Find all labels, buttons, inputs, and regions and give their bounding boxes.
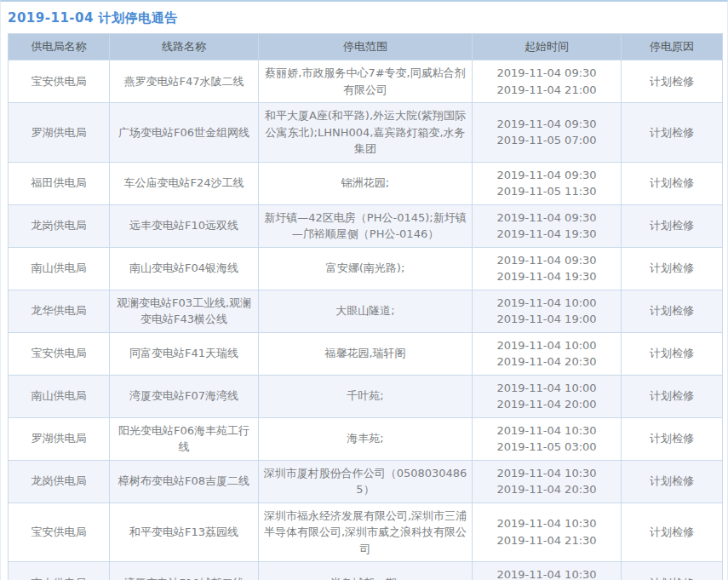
start-time: 2019-11-04 10:30 [476, 566, 617, 580]
cell-scope: 富安娜(南光路); [259, 247, 473, 290]
end-time: 2019-11-04 20:30 [476, 481, 617, 498]
cell-scope: 深圳市福永经济发展有限公司,深圳市三浦半导体有限公司,深圳市威之浪科技有限公司 [259, 502, 473, 562]
column-header-time: 起始时间 [473, 34, 622, 60]
cell-bureau: 龙华供电局 [9, 290, 110, 332]
cell-bureau: 南山供电局 [9, 562, 110, 580]
table-row: 福田供电局 车公庙变电站F24沙工线 锦洲花园; 2019-11-04 09:3… [9, 162, 723, 204]
cell-reason: 计划检修 [622, 332, 723, 375]
column-header-reason: 停电原因 [622, 34, 723, 60]
column-header-scope: 停电范围 [259, 34, 473, 60]
start-time: 2019-11-04 10:00 [476, 380, 617, 397]
cell-reason: 计划检修 [622, 290, 723, 332]
cell-time: 2019-11-04 09:30 2019-11-04 19:30 [473, 247, 622, 290]
start-time: 2019-11-04 09:30 [476, 252, 617, 269]
cell-scope: 大眼山隧道; [259, 290, 473, 332]
cell-scope: 和平大厦A座(和平路),外运大院(紫翔国际公寓东北);LHNH004,嘉宾路灯箱… [259, 103, 473, 163]
cell-line: 湾厦变电站F10城邦二线 [110, 562, 259, 580]
cell-scope: 福馨花园,瑞轩阁 [259, 332, 473, 375]
start-time: 2019-11-04 10:30 [476, 465, 617, 482]
cell-time: 2019-11-04 10:00 2019-11-04 20:00 [473, 375, 622, 417]
cell-scope: 深圳市厦村股份合作公司（05080304865） [259, 460, 473, 502]
cell-line: 观澜变电站F03工业线,观澜变电站F43横公线 [110, 290, 259, 332]
cell-bureau: 龙岗供电局 [9, 460, 110, 502]
cell-time: 2019-11-04 10:30 2019-11-04 20:30 [473, 460, 622, 502]
cell-line: 远丰变电站F10远双线 [110, 204, 259, 247]
end-time: 2019-11-04 19:30 [476, 226, 617, 243]
cell-line: 同富变电站F41天瑞线 [110, 332, 259, 375]
cell-time: 2019-11-04 09:30 2019-11-04 19:30 [473, 204, 622, 247]
end-time: 2019-11-04 20:30 [476, 353, 617, 370]
page: 2019-11-04 计划停电通告 供电局名称 线路名称 停电范围 起始时间 停… [0, 0, 728, 580]
start-time: 2019-11-04 10:00 [476, 337, 617, 354]
cell-reason: 计划检修 [622, 103, 723, 163]
start-time: 2019-11-04 10:30 [476, 515, 617, 532]
table-row: 龙岗供电局 远丰变电站F10远双线 新圩镇—42区电房（PH公-0145);新圩… [9, 204, 723, 247]
table-row: 罗湖供电局 广场变电站F06世金组网线 和平大厦A座(和平路),外运大院(紫翔国… [9, 103, 723, 163]
cell-line: 广场变电站F06世金组网线 [110, 103, 259, 163]
cell-reason: 计划检修 [622, 460, 723, 502]
cell-line: 和平变电站F13荔园线 [110, 502, 259, 562]
cell-line: 车公庙变电站F24沙工线 [110, 162, 259, 204]
cell-reason: 计划检修 [622, 162, 723, 204]
cell-reason: 计划检修 [622, 562, 723, 580]
page-title: 2019-11-04 计划停电通告 [1, 2, 727, 33]
cell-line: 樟树布变电站F08吉厦二线 [110, 460, 259, 502]
cell-bureau: 宝安供电局 [9, 502, 110, 562]
cell-scope: 蔡丽娇,市政服务中心7#专变,同威粘合剂有限公司 [259, 60, 473, 103]
cell-reason: 计划检修 [622, 60, 723, 103]
end-time: 2019-11-05 07:00 [476, 132, 617, 149]
table-row: 南山供电局 南山变电站F04银海线 富安娜(南光路); 2019-11-04 0… [9, 247, 723, 290]
column-header-line: 线路名称 [110, 34, 259, 60]
cell-time: 2019-11-04 10:30 2019-11-04 20:30 [473, 562, 622, 580]
cell-reason: 计划检修 [622, 375, 723, 417]
start-time: 2019-11-04 09:30 [476, 65, 617, 82]
end-time: 2019-11-04 20:00 [476, 396, 617, 413]
header-row: 供电局名称 线路名称 停电范围 起始时间 停电原因 [9, 34, 723, 60]
cell-time: 2019-11-04 10:30 2019-11-04 21:30 [473, 502, 622, 562]
cell-reason: 计划检修 [622, 417, 723, 460]
end-time: 2019-11-05 11:30 [476, 183, 617, 200]
table-header: 供电局名称 线路名称 停电范围 起始时间 停电原因 [9, 34, 723, 60]
table-row: 宝安供电局 燕罗变电站F47水陂二线 蔡丽娇,市政服务中心7#专变,同威粘合剂有… [9, 60, 723, 103]
table-body: 宝安供电局 燕罗变电站F47水陂二线 蔡丽娇,市政服务中心7#专变,同威粘合剂有… [9, 60, 723, 580]
start-time: 2019-11-04 09:30 [476, 116, 617, 133]
cell-line: 阳光变电站F06海丰苑工行线 [110, 417, 259, 460]
cell-time: 2019-11-04 10:00 2019-11-04 20:30 [473, 332, 622, 375]
cell-reason: 计划检修 [622, 247, 723, 290]
end-time: 2019-11-04 21:30 [476, 532, 617, 549]
cell-time: 2019-11-04 10:30 2019-11-05 03:00 [473, 417, 622, 460]
table-row: 龙华供电局 观澜变电站F03工业线,观澜变电站F43横公线 大眼山隧道; 201… [9, 290, 723, 332]
cell-bureau: 南山供电局 [9, 247, 110, 290]
table-row: 宝安供电局 和平变电站F13荔园线 深圳市福永经济发展有限公司,深圳市三浦半导体… [9, 502, 723, 562]
outage-table: 供电局名称 线路名称 停电范围 起始时间 停电原因 宝安供电局 燕罗变电站F47… [8, 33, 723, 580]
end-time: 2019-11-04 19:30 [476, 268, 617, 285]
cell-reason: 计划检修 [622, 204, 723, 247]
cell-reason: 计划检修 [622, 502, 723, 562]
cell-scope: 千叶苑; [259, 375, 473, 417]
cell-scope: 锦洲花园; [259, 162, 473, 204]
table-row: 南山供电局 湾厦变电站F07海湾线 千叶苑; 2019-11-04 10:00 … [9, 375, 723, 417]
start-time: 2019-11-04 10:00 [476, 295, 617, 312]
cell-scope: 新圩镇—42区电房（PH公-0145);新圩镇—邝裕顺屋侧（PH公-0146） [259, 204, 473, 247]
cell-bureau: 宝安供电局 [9, 60, 110, 103]
cell-line: 南山变电站F04银海线 [110, 247, 259, 290]
cell-bureau: 龙岗供电局 [9, 204, 110, 247]
table-row: 宝安供电局 同富变电站F41天瑞线 福馨花园,瑞轩阁 2019-11-04 10… [9, 332, 723, 375]
table-row: 龙岗供电局 樟树布变电站F08吉厦二线 深圳市厦村股份合作公司（05080304… [9, 460, 723, 502]
cell-bureau: 罗湖供电局 [9, 103, 110, 163]
cell-scope: 海丰苑; [259, 417, 473, 460]
cell-bureau: 福田供电局 [9, 162, 110, 204]
start-time: 2019-11-04 09:30 [476, 210, 617, 227]
table-row: 罗湖供电局 阳光变电站F06海丰苑工行线 海丰苑; 2019-11-04 10:… [9, 417, 723, 460]
cell-time: 2019-11-04 09:30 2019-11-04 21:00 [473, 60, 622, 103]
cell-line: 燕罗变电站F47水陂二线 [110, 60, 259, 103]
cell-bureau: 罗湖供电局 [9, 417, 110, 460]
cell-scope: 半岛城邦一期; [259, 562, 473, 580]
table-row: 南山供电局 湾厦变电站F10城邦二线 半岛城邦一期; 2019-11-04 10… [9, 562, 723, 580]
end-time: 2019-11-04 19:00 [476, 311, 617, 328]
start-time: 2019-11-04 09:30 [476, 167, 617, 184]
cell-time: 2019-11-04 10:00 2019-11-04 19:00 [473, 290, 622, 332]
end-time: 2019-11-04 21:00 [476, 82, 617, 99]
cell-line: 湾厦变电站F07海湾线 [110, 375, 259, 417]
cell-bureau: 宝安供电局 [9, 332, 110, 375]
